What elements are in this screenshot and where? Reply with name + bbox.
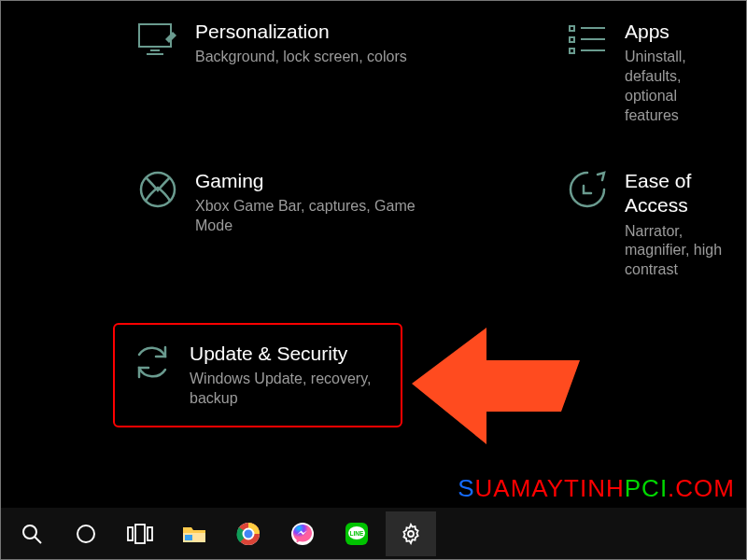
settings-tile-update-security[interactable]: Update & Security Windows Update, recove…: [113, 323, 402, 427]
personalization-icon: [137, 20, 178, 61]
taskbar-line-button[interactable]: LINE: [331, 511, 382, 556]
svg-rect-18: [185, 535, 192, 540]
tile-desc: Uninstall, defaults, optional features: [625, 48, 729, 125]
taskbar-messenger-button[interactable]: [277, 511, 328, 556]
svg-rect-3: [570, 26, 574, 31]
svg-line-12: [35, 537, 41, 543]
taskbar-search-button[interactable]: [7, 511, 57, 556]
tile-desc: Background, lock screen, colors: [195, 48, 407, 67]
taskbar-chrome-button[interactable]: [223, 511, 274, 556]
svg-rect-15: [135, 525, 145, 543]
settings-tile-gaming[interactable]: Gaming Xbox Game Bar, captures, Game Mod…: [120, 158, 447, 247]
svg-point-13: [78, 525, 94, 542]
ease-of-access-icon: [567, 169, 608, 210]
tile-desc: Xbox Game Bar, captures, Game Mode: [195, 197, 430, 236]
svg-text:LINE: LINE: [350, 529, 364, 536]
tile-desc: Windows Update, recovery, backup: [190, 370, 384, 409]
svg-rect-0: [139, 24, 171, 47]
tile-title: Gaming: [195, 169, 430, 193]
taskbar-taskview-button[interactable]: [115, 511, 165, 556]
svg-rect-14: [128, 527, 133, 540]
tile-title: Update & Security: [190, 342, 384, 366]
settings-tile-personalization[interactable]: Personalization Background, lock screen,…: [120, 8, 447, 78]
taskbar-cortana-button[interactable]: [61, 511, 111, 556]
apps-icon: [567, 20, 608, 61]
tile-desc: Narrator, magnifier, high contrast: [625, 222, 729, 280]
taskbar-settings-button[interactable]: [386, 511, 436, 556]
tile-title: Ease of Access: [625, 169, 729, 218]
svg-rect-5: [570, 49, 574, 53]
tile-title: Apps: [625, 20, 729, 44]
tile-title: Personalization: [195, 20, 407, 44]
svg-rect-16: [148, 527, 152, 540]
settings-tile-apps[interactable]: Apps Uninstall, defaults, optional featu…: [550, 8, 746, 136]
xbox-icon: [137, 169, 178, 210]
update-icon: [132, 342, 173, 383]
taskbar-file-explorer-button[interactable]: [169, 511, 219, 556]
svg-rect-4: [570, 37, 574, 42]
settings-tile-ease-of-access[interactable]: Ease of Access Narrator, magnifier, high…: [550, 158, 746, 291]
svg-point-11: [23, 525, 36, 539]
svg-point-27: [408, 531, 414, 537]
taskbar: LINE: [1, 508, 746, 559]
settings-panel: Personalization Background, lock screen,…: [1, 1, 746, 508]
